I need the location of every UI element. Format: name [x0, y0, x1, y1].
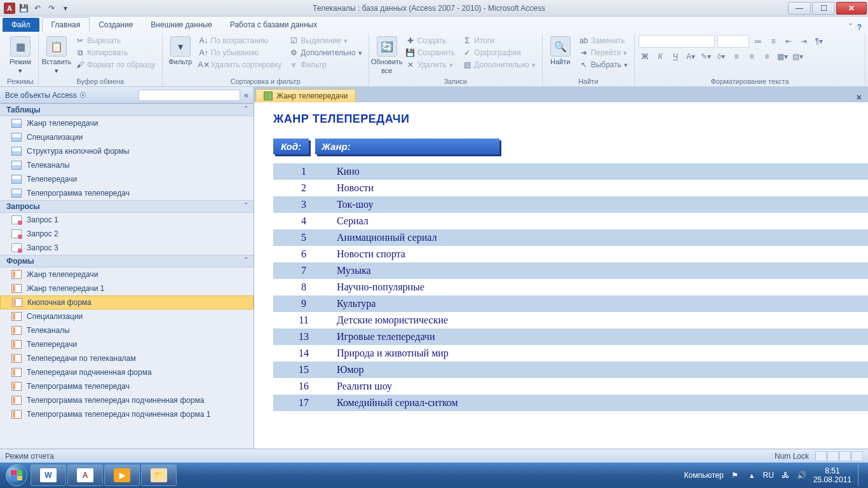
totals-button[interactable]: ΣИтоги: [460, 35, 538, 46]
nav-cat-tables[interactable]: Таблицыˆ: [0, 104, 254, 116]
table-row[interactable]: 1Кино: [273, 163, 868, 180]
tab-create[interactable]: Создание: [90, 18, 142, 32]
numbering-icon[interactable]: ≡: [767, 35, 780, 48]
tab-home[interactable]: Главная: [42, 17, 90, 32]
nav-item[interactable]: Специализации: [0, 309, 254, 323]
table-row[interactable]: 6Новости спорта: [273, 246, 868, 262]
taskbar-word[interactable]: W: [31, 464, 66, 486]
table-row[interactable]: 13Игровые телепередачи: [273, 329, 868, 345]
network-icon[interactable]: 🖧: [780, 470, 790, 480]
help-icon[interactable]: ?: [857, 23, 862, 32]
nav-item[interactable]: Специализации: [0, 130, 254, 144]
gridlines-icon[interactable]: ▦▾: [776, 50, 789, 63]
close-button[interactable]: ✕: [836, 2, 867, 15]
italic-button[interactable]: К: [654, 50, 667, 63]
save-record-button[interactable]: 💾Сохранить: [403, 47, 458, 58]
tray-overflow-icon[interactable]: ▴: [747, 470, 757, 480]
apply-filter-button[interactable]: ▿Фильтр: [287, 59, 364, 71]
goto-button[interactable]: ➔Перейти ▾: [577, 47, 630, 58]
altrow-icon[interactable]: ▤▾: [791, 50, 804, 63]
nav-item[interactable]: Запрос 3: [0, 241, 254, 255]
table-row[interactable]: 15Юмор: [273, 362, 868, 378]
align-left-icon[interactable]: ≡: [730, 50, 743, 63]
save-icon[interactable]: 💾: [18, 3, 29, 14]
selection-button[interactable]: ☑Выделение ▾: [287, 35, 364, 46]
nav-item[interactable]: Телепередачи: [0, 337, 254, 351]
redo-icon[interactable]: ↷: [46, 3, 57, 14]
show-desktop-button[interactable]: [858, 464, 864, 486]
nav-item[interactable]: Телепрограмма телепередач: [0, 186, 254, 200]
clear-sort-button[interactable]: A✕Удалить сортировку: [197, 59, 285, 71]
tab-dbtools[interactable]: Работа с базами данных: [221, 18, 326, 32]
align-right-icon[interactable]: ≡: [761, 50, 773, 63]
table-row[interactable]: 4Сериал: [273, 213, 868, 229]
align-center-icon[interactable]: ≡: [745, 50, 758, 63]
table-row[interactable]: 9Культура: [273, 295, 868, 312]
find-button[interactable]: 🔍Найти: [546, 35, 574, 67]
table-row[interactable]: 8Научно-популярные: [273, 279, 868, 295]
view-print-button[interactable]: [827, 451, 839, 461]
undo-icon[interactable]: ↶: [32, 3, 43, 14]
select-button[interactable]: ↖Выбрать ▾: [577, 59, 630, 71]
table-row[interactable]: 16Реалити шоу: [273, 378, 868, 395]
sort-desc-button[interactable]: A↑По убыванию: [197, 47, 285, 58]
bold-button[interactable]: Ж: [639, 50, 651, 63]
table-row[interactable]: 7Музыка: [273, 262, 868, 279]
cut-button[interactable]: ✂Вырезать: [73, 35, 158, 46]
close-doc-button[interactable]: ×: [850, 92, 868, 102]
start-button[interactable]: [4, 463, 29, 488]
taskbar-mediaplayer[interactable]: ▶: [104, 464, 140, 486]
sort-asc-button[interactable]: A↓По возрастанию: [197, 35, 285, 46]
speaker-icon[interactable]: 🔊: [797, 470, 807, 480]
nav-cat-forms[interactable]: Формыˆ: [0, 255, 254, 268]
fillcolor-button[interactable]: ◊▾: [715, 50, 728, 63]
doc-tab-genre[interactable]: Жанр телепередачи: [255, 89, 356, 102]
para-dir-icon[interactable]: ¶▾: [813, 35, 825, 48]
font-select[interactable]: [639, 35, 715, 48]
format-painter-button[interactable]: 🖌Формат по образцу: [73, 59, 158, 71]
minimize-button[interactable]: —: [788, 2, 811, 15]
indent-dec-icon[interactable]: ⇤: [782, 35, 795, 48]
advanced-filter-button[interactable]: ⚙Дополнительно ▾: [287, 47, 364, 58]
nav-item[interactable]: Телепередачи: [0, 172, 254, 186]
indent-inc-icon[interactable]: ⇥: [797, 35, 810, 48]
tray-computer[interactable]: Компьютер: [684, 471, 723, 480]
table-row[interactable]: 2Новости: [273, 180, 868, 196]
underline-button[interactable]: Ч: [669, 50, 682, 63]
nav-item[interactable]: Телепередачи подчиненная форма: [0, 365, 254, 379]
spelling-button[interactable]: ✓Орфография: [460, 47, 538, 58]
nav-item[interactable]: Жанр телепередачи: [0, 268, 254, 281]
nav-item[interactable]: Жанр телепередачи 1: [0, 281, 254, 295]
nav-item[interactable]: Запрос 2: [0, 227, 254, 241]
taskbar-explorer[interactable]: 📁: [141, 464, 177, 486]
table-row[interactable]: 3Ток-шоу: [273, 196, 868, 213]
tab-file[interactable]: Файл: [3, 18, 39, 32]
nav-item[interactable]: Структура кнопочной формы: [0, 144, 254, 158]
view-report-button[interactable]: [815, 451, 827, 461]
refresh-button[interactable]: 🔄Обновитьвсе: [373, 35, 401, 76]
mode-button[interactable]: ▦Режим▾: [6, 35, 34, 76]
table-row[interactable]: 5Анимационный сериал: [273, 229, 868, 246]
highlight-button[interactable]: ✎▾: [700, 50, 712, 63]
nav-item[interactable]: Жанр телепередачи: [0, 116, 254, 130]
view-layout-button[interactable]: [839, 451, 851, 461]
table-row[interactable]: 14Природа и животный мир: [273, 345, 868, 362]
delete-record-button[interactable]: ✕Удалить ▾: [403, 59, 458, 71]
maximize-button[interactable]: ☐: [812, 2, 835, 15]
paste-button[interactable]: 📋Вставить▾: [43, 35, 71, 76]
nav-item[interactable]: Телепередачи по телеканалам: [0, 351, 254, 365]
minimize-ribbon-icon[interactable]: ˇ: [850, 23, 852, 32]
nav-item[interactable]: Кнопочная форма: [0, 295, 254, 309]
nav-item[interactable]: Телеканалы: [0, 158, 254, 172]
nav-item[interactable]: Телеканалы: [0, 323, 254, 337]
table-row[interactable]: 11Детские юмористические: [273, 312, 868, 329]
tray-clock[interactable]: 8:5125.08.2011: [813, 466, 851, 485]
nav-header[interactable]: Все объекты Access ☉ «: [0, 87, 254, 104]
filter-button[interactable]: ▾Фильтр: [166, 35, 194, 67]
nav-search-input[interactable]: [139, 90, 240, 101]
table-row[interactable]: 17Комедийный сериал-ситком: [273, 395, 868, 411]
nav-item[interactable]: Телепрограмма телепередач подчиненная фо…: [0, 393, 254, 407]
new-record-button[interactable]: ✚Создать: [403, 35, 458, 46]
nav-item[interactable]: Телепрограмма телепередач подчиненная фо…: [0, 407, 254, 421]
replace-button[interactable]: abЗаменить: [577, 35, 630, 46]
